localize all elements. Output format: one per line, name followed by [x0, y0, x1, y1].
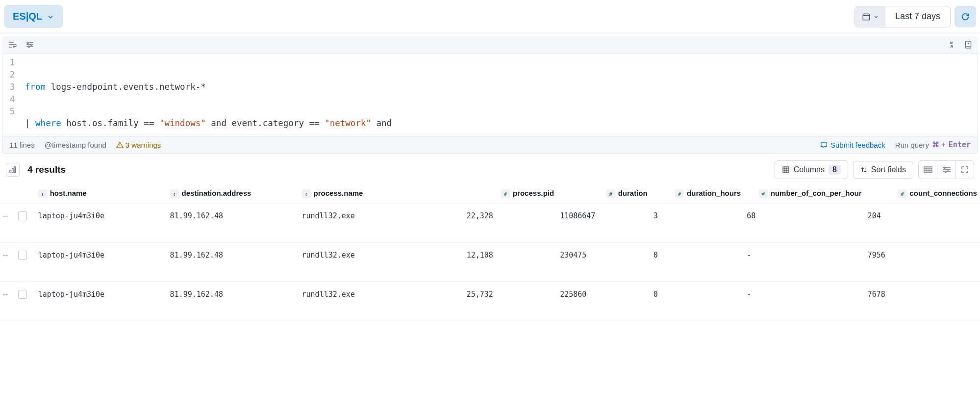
wrap-lines-icon[interactable]: [8, 41, 17, 49]
table-row[interactable]: ⤢laptop-ju4m3i0e81.99.162.48rundll32.exe…: [0, 282, 980, 321]
svg-point-2: [31, 44, 32, 46]
toggle-histogram-icon[interactable]: [6, 163, 20, 177]
cell-host: laptop-ju4m3i0e: [35, 282, 167, 321]
svg-point-3: [28, 46, 30, 48]
density-icon[interactable]: [918, 160, 937, 179]
svg-rect-6: [10, 170, 11, 173]
table-row[interactable]: ⤢laptop-ju4m3i0e81.99.162.48rundll32.exe…: [0, 204, 980, 243]
expand-row-icon[interactable]: ⤢: [1, 251, 10, 260]
cell-dest: 81.99.162.48: [167, 243, 299, 282]
fullscreen-icon[interactable]: [955, 160, 974, 179]
svg-point-11: [944, 167, 945, 169]
query-editor[interactable]: 1 2 3 4 5 from logs-endpoint.events.netw…: [2, 53, 978, 136]
settings-icon[interactable]: [25, 41, 34, 49]
query-mode-label: ES|QL: [13, 11, 42, 22]
cell-dur: 230475: [557, 243, 650, 282]
svg-rect-4: [966, 41, 971, 48]
svg-rect-0: [863, 14, 870, 20]
editor-toolbar: [2, 36, 978, 53]
view-controls: [918, 160, 974, 179]
cell-cnt: 204: [865, 204, 980, 243]
date-range-label: Last 7 days: [885, 11, 950, 22]
col-header[interactable]: #process.pid: [464, 184, 557, 204]
code-area[interactable]: from logs-endpoint.events.network-* | wh…: [22, 55, 978, 136]
cell-pid: 25,732: [464, 282, 557, 321]
results-header: 4 results Columns 8 Sort fields: [0, 154, 980, 184]
col-header[interactable]: thost.name: [35, 184, 167, 204]
sort-fields-button[interactable]: Sort fields: [853, 161, 913, 179]
svg-rect-9: [783, 167, 789, 173]
cell-dest: 81.99.162.48: [167, 282, 299, 321]
editor-status-bar: 11 lines @timestamp found 3 warnings Sub…: [2, 136, 978, 154]
results-count: 4 results: [27, 164, 66, 175]
display-options-icon[interactable]: [937, 160, 955, 179]
cell-cph: -: [744, 282, 865, 321]
cell-cnt: 7956: [865, 243, 980, 282]
cell-pid: 12,108: [464, 243, 557, 282]
warnings-indicator[interactable]: 3 warnings: [116, 141, 161, 149]
cell-dur: 225860: [557, 282, 650, 321]
table-row[interactable]: ⤢laptop-ju4m3i0e81.99.162.48rundll32.exe…: [0, 243, 980, 282]
cell-cph: 68: [744, 204, 865, 243]
query-mode-selector[interactable]: ES|QL: [4, 5, 63, 28]
cell-host: laptop-ju4m3i0e: [35, 243, 167, 282]
chevron-down-icon: [47, 13, 54, 20]
columns-button[interactable]: Columns 8: [775, 160, 848, 179]
svg-point-1: [27, 42, 29, 44]
results-table: thost.name tdestination.address tprocess…: [0, 184, 980, 321]
cell-pid: 22,328: [464, 204, 557, 243]
svg-rect-8: [14, 167, 16, 173]
cell-hrs: 3: [651, 204, 744, 243]
col-header[interactable]: #duration_hours: [651, 184, 744, 204]
gutter: 1 2 3 4 5: [2, 55, 22, 136]
cell-host: laptop-ju4m3i0e: [35, 204, 167, 243]
svg-point-13: [945, 171, 946, 173]
row-checkbox[interactable]: [18, 211, 27, 220]
top-right-controls: Last 7 days: [854, 6, 976, 27]
cell-proc: rundll32.exe: [299, 282, 464, 321]
svg-point-12: [947, 169, 949, 171]
run-query-hint: Run query ⌘ + Enter: [895, 140, 971, 149]
cell-hrs: 0: [651, 243, 744, 282]
top-bar: ES|QL Last 7 days: [0, 0, 980, 33]
reference-icon[interactable]: [964, 40, 972, 49]
date-range-picker[interactable]: Last 7 days: [854, 6, 951, 27]
calendar-icon: [855, 6, 885, 27]
col-header[interactable]: #duration: [557, 184, 650, 204]
collapse-icon[interactable]: [948, 41, 955, 49]
lines-count: 11 lines: [9, 141, 35, 149]
table-header-row: thost.name tdestination.address tprocess…: [0, 184, 980, 204]
refresh-button[interactable]: [955, 6, 976, 27]
row-checkbox[interactable]: [18, 251, 27, 260]
cell-cnt: 7678: [865, 282, 980, 321]
col-header[interactable]: tdestination.address: [167, 184, 299, 204]
cell-dur: 11086647: [557, 204, 650, 243]
row-checkbox[interactable]: [18, 290, 27, 299]
cell-proc: rundll32.exe: [299, 204, 464, 243]
cell-dest: 81.99.162.48: [167, 204, 299, 243]
svg-rect-7: [12, 168, 14, 173]
expand-row-icon[interactable]: ⤢: [1, 290, 10, 299]
cell-hrs: 0: [651, 282, 744, 321]
col-header[interactable]: tprocess.name: [299, 184, 464, 204]
cell-proc: rundll32.exe: [299, 243, 464, 282]
col-header[interactable]: #count_connections: [865, 184, 980, 204]
col-header[interactable]: #number_of_con_per_hour: [744, 184, 865, 204]
svg-point-5: [968, 43, 969, 44]
submit-feedback-link[interactable]: Submit feedback: [820, 141, 885, 149]
cell-cph: -: [744, 243, 865, 282]
timestamp-found: @timestamp found: [45, 141, 106, 149]
expand-row-icon[interactable]: ⤢: [1, 211, 10, 220]
